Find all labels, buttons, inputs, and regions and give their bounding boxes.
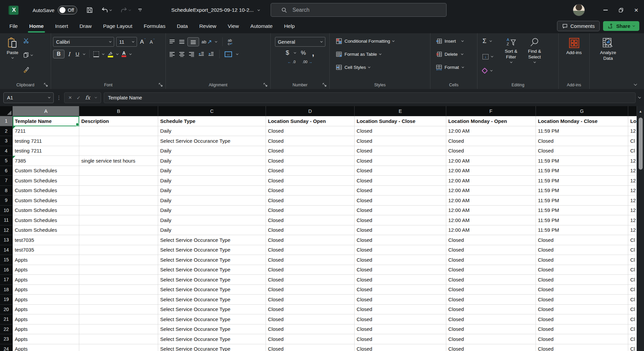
cell-b11[interactable] [79, 215, 158, 225]
cell-g1[interactable]: Location Monday - Close [536, 116, 628, 126]
sort-filter-button[interactable]: A Z Sort & Filter [499, 35, 523, 65]
cell-d8[interactable]: Closed [266, 186, 355, 196]
cell-a16[interactable]: Appts [13, 265, 79, 275]
cell-b19[interactable] [79, 295, 158, 305]
cell-c16[interactable]: Select Service Occurance Type [158, 265, 266, 275]
row-header[interactable]: 1 [0, 116, 13, 126]
cell-a22[interactable]: Appts [13, 324, 79, 335]
bold-button[interactable]: B [53, 50, 64, 58]
align-left-button[interactable] [168, 51, 176, 57]
cell-g16[interactable]: Closed [536, 265, 628, 275]
cell-b9[interactable] [79, 195, 158, 206]
autosave-toggle[interactable]: Off [58, 6, 77, 14]
cell-f11[interactable]: 12:00 AM [446, 215, 536, 225]
number-format-select[interactable]: General [275, 37, 325, 47]
cell-c23[interactable]: Select Service Occurance Type [158, 334, 266, 344]
search-input[interactable]: Search [271, 3, 447, 17]
cell-e3[interactable]: Closed [355, 136, 446, 146]
avatar[interactable] [573, 4, 585, 16]
orientation-button[interactable]: ab [200, 39, 213, 45]
cell-g7[interactable]: 11:59 PM [536, 176, 628, 186]
tab-view[interactable]: View [228, 21, 239, 33]
cell-b18[interactable] [79, 285, 158, 295]
cell-a6[interactable]: Custom Schedules [13, 166, 79, 176]
middle-align-button[interactable] [178, 39, 186, 45]
cell-b1[interactable]: Description [79, 116, 158, 126]
cell-e23[interactable]: Closed [355, 334, 446, 344]
tab-data[interactable]: Data [177, 21, 188, 33]
fill-color-dropdown-icon[interactable] [116, 52, 119, 55]
cell-f2[interactable]: 12:00 AM [446, 126, 536, 136]
redo-button[interactable] [119, 6, 132, 14]
cell-c4[interactable]: Daily [158, 146, 266, 156]
conditional-formatting-button[interactable]: Conditional Formatting [334, 37, 396, 45]
excel-logo-icon[interactable]: X [9, 6, 18, 15]
cell-b12[interactable] [79, 225, 158, 235]
cell-a13[interactable]: test7035 [13, 235, 79, 245]
cell-c14[interactable]: Select Service Occurance Type [158, 245, 266, 255]
accounting-dropdown-icon[interactable] [294, 51, 296, 54]
format-cells-button[interactable]: Format [434, 63, 465, 72]
paste-dropdown-icon[interactable] [11, 56, 14, 58]
cell-c21[interactable]: Select Service Occurance Type [158, 314, 266, 324]
cell-f5[interactable]: 12:00 AM [446, 156, 536, 166]
cell-a11[interactable]: Custom Schedules [13, 215, 79, 225]
add-ins-button[interactable]: Add-ins [564, 35, 585, 58]
cell-g3[interactable]: Closed [536, 136, 628, 146]
undo-button[interactable] [100, 6, 112, 14]
cell-f17[interactable]: Closed [446, 275, 536, 285]
cell-b5[interactable]: single service test hours [79, 156, 158, 166]
cell-d19[interactable]: Closed [266, 295, 355, 305]
cell-f20[interactable]: Closed [446, 305, 536, 315]
cell-f19[interactable]: Closed [446, 295, 536, 305]
cell-f16[interactable]: Closed [446, 265, 536, 275]
cell-g2[interactable]: 11:59 PM [536, 126, 628, 136]
cell-a24[interactable]: Appts [13, 344, 79, 351]
insert-function-icon[interactable]: fx [85, 94, 90, 101]
cell-c17[interactable]: Select Service Occurance Type [158, 275, 266, 285]
row-header[interactable]: 16 [0, 265, 13, 275]
cell-d12[interactable]: Closed [266, 225, 355, 235]
font-color-button[interactable]: A [121, 50, 127, 58]
column-header-b[interactable]: B [79, 106, 158, 116]
cell-a5[interactable]: 7385 [13, 156, 79, 166]
row-header[interactable]: 22 [0, 324, 13, 335]
cell-g10[interactable]: 11:59 PM [536, 206, 628, 216]
delete-cells-button[interactable]: Delete [434, 50, 465, 58]
save-icon[interactable] [86, 6, 93, 14]
cell-d18[interactable]: Closed [266, 285, 355, 295]
cell-g9[interactable]: 11:59 PM [536, 195, 628, 206]
cell-c11[interactable]: Daily [158, 215, 266, 225]
cell-a8[interactable]: Custom Schedules [13, 186, 79, 196]
cell-c18[interactable]: Select Service Occurance Type [158, 285, 266, 295]
expand-formula-bar-icon[interactable] [638, 96, 641, 98]
cell-d14[interactable]: Closed [266, 245, 355, 255]
cell-f3[interactable]: Closed [446, 136, 536, 146]
decrease-decimal-button[interactable]: .00→ [301, 59, 313, 64]
row-header[interactable]: 13 [0, 235, 13, 245]
cell-e12[interactable]: Closed [355, 225, 446, 235]
cell-a20[interactable]: Appts [13, 305, 79, 315]
cell-b16[interactable] [79, 265, 158, 275]
cell-b7[interactable] [79, 176, 158, 186]
cell-f9[interactable]: 12:00 AM [446, 195, 536, 206]
cell-e13[interactable]: Closed [355, 235, 446, 245]
alignment-dialog-launcher-icon[interactable] [263, 83, 268, 87]
scrollbar-thumb[interactable] [639, 118, 643, 170]
cell-a12[interactable]: Custom Schedules [13, 225, 79, 235]
cell-b23[interactable] [79, 334, 158, 344]
top-align-button[interactable] [168, 39, 176, 45]
cell-b22[interactable] [79, 324, 158, 335]
cell-d20[interactable]: Closed [266, 305, 355, 315]
cell-b15[interactable] [79, 255, 158, 265]
cell-a17[interactable]: Appts [13, 275, 79, 285]
cell-c20[interactable]: Select Service Occurance Type [158, 305, 266, 315]
restore-button[interactable] [613, 0, 629, 20]
name-box[interactable]: A1 [3, 92, 54, 103]
paste-button[interactable]: Paste [4, 35, 21, 61]
cell-a19[interactable]: Appts [13, 295, 79, 305]
cell-a14[interactable]: test7035 [13, 245, 79, 255]
cell-d5[interactable]: Closed [266, 156, 355, 166]
cell-b20[interactable] [79, 305, 158, 315]
row-header[interactable]: 17 [0, 275, 13, 285]
